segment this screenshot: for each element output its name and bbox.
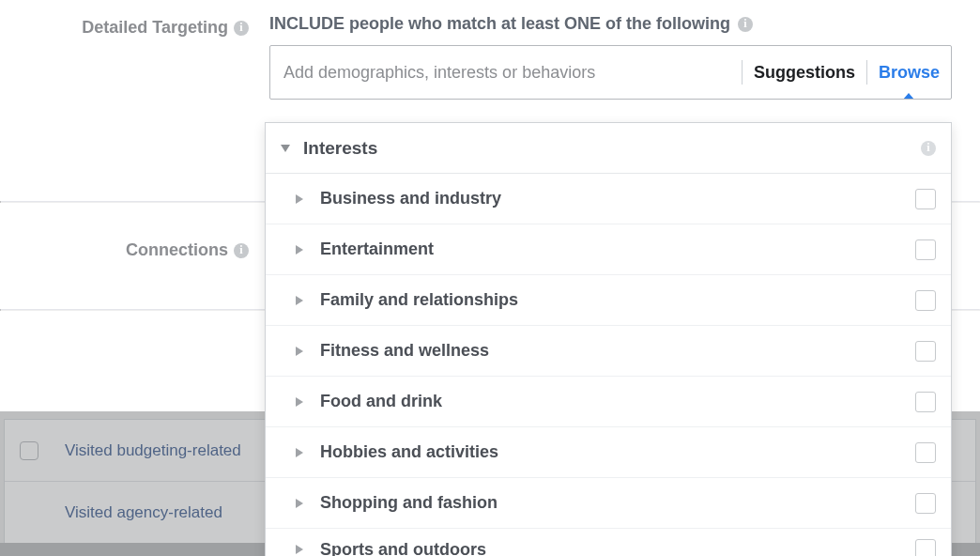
item-checkbox[interactable]	[915, 539, 936, 556]
include-description: INCLUDE people who match at least ONE of…	[269, 14, 952, 34]
item-checkbox[interactable]	[915, 239, 936, 260]
dropdown-group-title: Interests	[303, 138, 908, 159]
item-checkbox[interactable]	[915, 290, 936, 311]
detailed-targeting-row: Detailed Targeting i INCLUDE people who …	[0, 0, 980, 100]
caret-up-icon	[903, 93, 914, 100]
targeting-input-box: Suggestions Browse	[269, 45, 952, 100]
info-icon[interactable]: i	[234, 243, 249, 258]
detailed-targeting-label-text: Detailed Targeting	[82, 18, 228, 38]
dropdown-item[interactable]: Family and relationships	[266, 275, 951, 326]
info-icon[interactable]: i	[738, 17, 753, 32]
dropdown-item[interactable]: Sports and outdoors	[266, 529, 951, 556]
item-checkbox[interactable]	[915, 392, 936, 412]
chevron-right-icon	[296, 448, 303, 457]
item-checkbox[interactable]	[915, 493, 936, 514]
connections-label: Connections i	[0, 240, 260, 260]
dropdown-item-label: Sports and outdoors	[320, 540, 898, 557]
dropdown-group-header[interactable]: Interests i	[266, 123, 951, 174]
dropdown-item-label: Business and industry	[320, 189, 898, 208]
dropdown-item[interactable]: Hobbies and activities	[266, 427, 951, 478]
chevron-right-icon	[296, 245, 303, 255]
detailed-targeting-content: INCLUDE people who match at least ONE of…	[260, 14, 980, 100]
dropdown-item-label: Entertainment	[320, 239, 898, 259]
chevron-right-icon	[296, 545, 303, 554]
dropdown-item-label: Fitness and wellness	[320, 341, 898, 361]
dropdown-item[interactable]: Business and industry	[266, 174, 951, 224]
chevron-right-icon	[296, 397, 303, 407]
detailed-targeting-label: Detailed Targeting i	[0, 14, 260, 38]
browse-link[interactable]: Browse	[867, 63, 951, 83]
item-checkbox[interactable]	[915, 341, 936, 362]
chevron-down-icon	[281, 145, 290, 152]
dropdown-item-label: Hobbies and activities	[320, 442, 898, 462]
info-icon[interactable]: i	[234, 21, 249, 36]
chevron-right-icon	[296, 194, 303, 204]
chevron-right-icon	[296, 296, 303, 305]
suggestions-link[interactable]: Suggestions	[743, 63, 866, 83]
dropdown-item[interactable]: Fitness and wellness	[266, 326, 951, 377]
connections-label-text: Connections	[126, 240, 228, 260]
targeting-input[interactable]	[270, 46, 742, 99]
item-checkbox[interactable]	[915, 189, 936, 209]
include-description-text: INCLUDE people who match at least ONE of…	[269, 14, 730, 34]
info-icon[interactable]: i	[921, 141, 936, 156]
browse-link-text: Browse	[879, 63, 940, 83]
item-checkbox[interactable]	[915, 442, 936, 463]
dropdown-item[interactable]: Food and drink	[266, 377, 951, 427]
dropdown-item[interactable]: Shopping and fashion	[266, 478, 951, 529]
chevron-right-icon	[296, 347, 303, 356]
dropdown-item-label: Family and relationships	[320, 290, 898, 310]
dropdown-item-label: Shopping and fashion	[320, 493, 898, 513]
dropdown-item-label: Food and drink	[320, 392, 898, 411]
chevron-right-icon	[296, 499, 303, 508]
dropdown-item[interactable]: Entertainment	[266, 224, 951, 275]
browse-dropdown: Interests i Business and industry Entert…	[265, 122, 952, 556]
